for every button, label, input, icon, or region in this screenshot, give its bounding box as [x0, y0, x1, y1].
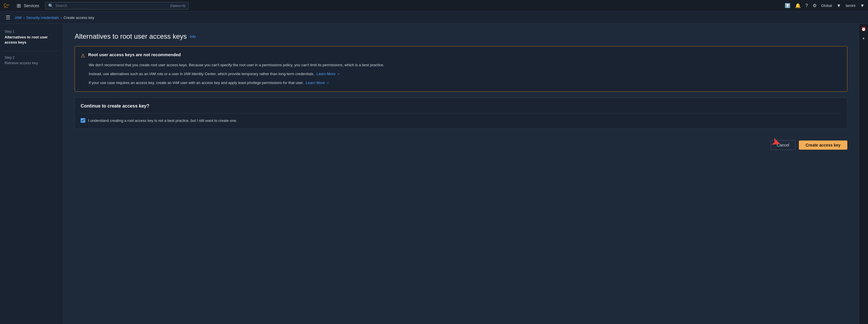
cancel-button[interactable]: Cancel [771, 140, 795, 150]
step2-title: Retrieve access key [5, 61, 58, 65]
breadcrumb-bar: ☰ IAM › Security credentials › Create ac… [0, 11, 868, 24]
sidebar-divider [5, 51, 58, 51]
question-icon[interactable]: ? [805, 3, 808, 8]
create-access-key-button[interactable]: Create access key [799, 141, 847, 150]
search-input[interactable] [55, 3, 168, 8]
right-sidebar-clock-icon[interactable]: ⏰ [861, 27, 866, 31]
breadcrumb-iam[interactable]: IAM [15, 15, 22, 20]
step1-label: Step 1 [5, 30, 58, 34]
nav-right-icons: ⬆️ 🔔 ? ⚙ Global ▼ lamini ▼ [785, 3, 865, 8]
checkbox-row: I understand creating a root access key … [81, 118, 841, 123]
learn-more-link-1[interactable]: Learn More ↗ [316, 72, 339, 76]
info-link[interactable]: Info [190, 34, 196, 39]
checkbox-label: I understand creating a root access key … [88, 118, 237, 123]
aws-logo[interactable]: aws [3, 3, 12, 9]
breadcrumb-sep-2: › [61, 15, 62, 20]
services-label[interactable]: Services [24, 3, 39, 8]
external-link-icon-2: ↗ [327, 81, 329, 84]
warning-para-2: Instead, use alternatives such as an IAM… [89, 71, 841, 77]
user-chevron-icon: ▼ [860, 3, 865, 8]
warning-triangle-icon: ⚠ [81, 52, 85, 59]
bell-icon[interactable]: 🔔 [795, 3, 801, 8]
sidebar-step-2: Step 2 Retrieve access key [5, 56, 58, 65]
breadcrumb-current: Create access key [63, 15, 94, 20]
breadcrumb-security-credentials[interactable]: Security credentials [26, 15, 59, 20]
learn-more-link-2[interactable]: Learn More ↗ [306, 80, 329, 85]
warning-header: ⚠ Root user access keys are not recommen… [81, 52, 841, 59]
top-nav: aws ⊞ Services 🔍 [Option+S] ⬆️ 🔔 ? ⚙ Glo… [0, 0, 868, 11]
region-chevron-icon: ▼ [836, 3, 841, 8]
search-bar[interactable]: 🔍 [Option+S] [45, 2, 189, 9]
sidebar: Step 1 Alternatives to root user access … [0, 24, 63, 324]
continue-title: Continue to create access key? [81, 104, 841, 109]
svg-text:aws: aws [6, 4, 9, 6]
page-title-row: Alternatives to root user access keys In… [74, 32, 847, 40]
warning-para-3: If your use case requires an access key,… [89, 80, 841, 86]
search-icon: 🔍 [48, 3, 53, 8]
step1-title: Alternatives to root user access keys [5, 35, 58, 45]
breadcrumb-sep-1: › [23, 15, 24, 20]
hamburger-icon[interactable]: ☰ [6, 14, 10, 21]
footer-row: ➤ Cancel Create access key [74, 135, 847, 150]
right-sidebar-info-icon[interactable]: ● [862, 36, 865, 40]
external-link-icon-1: ↗ [337, 73, 340, 76]
warning-para-1: We don't recommend that you create root … [89, 62, 841, 68]
cloud-upload-icon[interactable]: ⬆️ [785, 3, 790, 8]
content-area: Alternatives to root user access keys In… [63, 24, 859, 324]
search-shortcut: [Option+S] [170, 4, 185, 7]
page-title: Alternatives to root user access keys [74, 32, 187, 40]
right-sidebar: ⏰ ● [859, 24, 868, 324]
warning-title: Root user access keys are not recommende… [88, 52, 181, 57]
user-menu[interactable]: lamini [846, 3, 856, 8]
region-selector[interactable]: Global [821, 3, 832, 8]
understand-checkbox[interactable] [81, 118, 85, 123]
continue-box: Continue to create access key? I underst… [74, 98, 847, 129]
step2-label: Step 2 [5, 56, 58, 60]
settings-icon[interactable]: ⚙ [813, 3, 817, 8]
warning-box: ⚠ Root user access keys are not recommen… [74, 46, 847, 92]
main-layout: Step 1 Alternatives to root user access … [0, 24, 868, 324]
grid-icon[interactable]: ⊞ [17, 3, 21, 9]
sidebar-step-1: Step 1 Alternatives to root user access … [5, 30, 58, 45]
warning-body: We don't recommend that you create root … [81, 62, 841, 86]
